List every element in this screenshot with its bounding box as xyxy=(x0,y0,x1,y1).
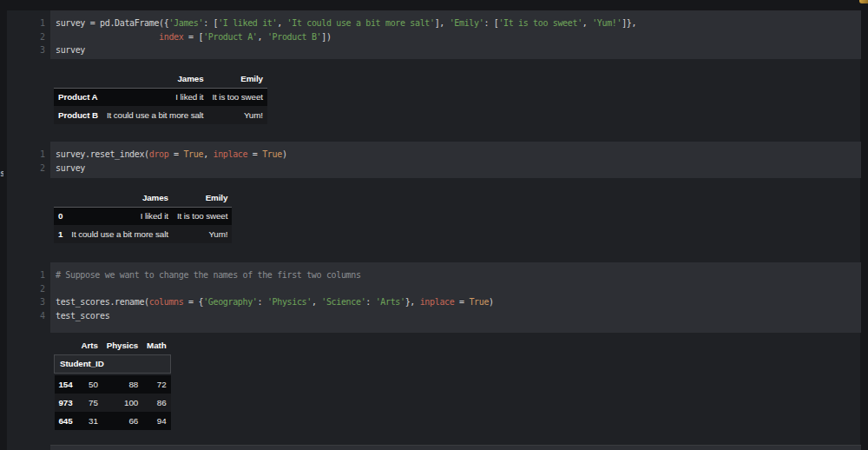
dataframe-table-survey-reset: JamesEmily0I liked itIt is too sweet1It … xyxy=(54,189,232,243)
index-name-row: Student_ID xyxy=(55,354,171,373)
table-row: Product BIt could use a bit more saltYum… xyxy=(54,106,267,124)
code-token: 'Product A' xyxy=(203,32,257,42)
index-cell: 0 xyxy=(54,207,67,225)
table-cell: 31 xyxy=(77,412,102,430)
code-cell-2[interactable]: 12survey.reset_index(drop = True, inplac… xyxy=(26,142,861,178)
table-cell: 50 xyxy=(77,375,102,394)
table-cell: 100 xyxy=(102,394,142,412)
code-token: 'Physics' xyxy=(267,297,312,307)
code-editor-area[interactable] xyxy=(50,445,861,450)
code-token: ) xyxy=(282,149,287,159)
table-cell: 72 xyxy=(142,375,170,394)
code-token: 'Geography' xyxy=(203,297,257,307)
code-line: survey.reset_index(drop = True, inplace … xyxy=(56,148,861,162)
code-editor-area[interactable]: survey = pd.DataFrame({'James': ['I like… xyxy=(50,10,861,59)
corner-header xyxy=(54,69,102,88)
code-line: survey xyxy=(56,162,861,175)
table-header-row: ArtsPhysicsMath xyxy=(55,336,171,354)
code-token: 'Emily' xyxy=(450,18,484,28)
code-token: ], xyxy=(435,18,450,28)
table-cell: 86 xyxy=(142,394,170,412)
table-cell: Yum! xyxy=(173,225,232,243)
code-token: 'It could use a bit more salt' xyxy=(287,18,435,28)
code-cell-1[interactable]: 123survey = pd.DataFrame({'James': ['I l… xyxy=(26,10,861,59)
code-token: = xyxy=(454,297,469,307)
index-cell: 1 xyxy=(54,225,67,243)
line-number-gutter: 123 xyxy=(26,10,45,59)
table-cell: 75 xyxy=(77,394,102,412)
table-header-row: JamesEmily xyxy=(54,189,232,207)
code-line: # Suppose we want to change the names of… xyxy=(56,268,861,282)
clipped-text-fragment: s xyxy=(0,169,3,180)
code-line: survey xyxy=(56,43,861,57)
line-number: 3 xyxy=(26,43,45,57)
code-token: 'Product B' xyxy=(267,32,321,42)
column-header: Emily xyxy=(173,189,232,207)
code-token: True xyxy=(469,297,489,307)
code-cell-4-partial[interactable] xyxy=(26,445,861,450)
notebook-screen: { "theme": { "colors": { "page": "#1f212… xyxy=(0,0,868,450)
line-number: 2 xyxy=(26,282,45,296)
index-cell: 973 xyxy=(55,394,77,412)
table-row: 1It could use a bit more saltYum! xyxy=(54,225,232,243)
index-cell: 645 xyxy=(55,412,77,430)
line-number: 2 xyxy=(26,162,45,175)
line-number: 4 xyxy=(26,309,45,323)
code-token: ) xyxy=(489,297,494,307)
table-cell: It is too sweet xyxy=(207,88,266,106)
code-token: True xyxy=(262,149,282,159)
column-header: Math xyxy=(142,336,170,354)
code-token: = xyxy=(247,149,262,159)
line-number: 2 xyxy=(26,30,45,44)
table-cell: 66 xyxy=(102,412,142,430)
top-edge-gutter xyxy=(0,0,868,10)
code-token: 'James' xyxy=(168,18,203,28)
code-editor-area[interactable]: # Suppose we want to change the names of… xyxy=(50,262,861,333)
table-cell: It could use a bit more salt xyxy=(67,225,173,243)
code-token: : xyxy=(365,297,375,307)
code-token: : xyxy=(258,297,267,307)
line-number: 1 xyxy=(26,17,45,30)
code-editor-area[interactable]: survey.reset_index(drop = True, inplace … xyxy=(50,142,861,178)
code-token: , xyxy=(203,149,213,159)
code-token: , xyxy=(277,18,286,28)
code-token: , xyxy=(312,297,321,307)
code-token: True xyxy=(183,149,203,159)
index-name-cell: Student_ID xyxy=(55,354,171,373)
code-token: index xyxy=(159,32,183,42)
line-number-gutter: 1234 xyxy=(26,262,45,333)
dataframe-table-test-scores: ArtsPhysicsMathStudent_ID154508872973751… xyxy=(54,336,171,430)
table-cell: 94 xyxy=(142,412,170,430)
code-token: 'It is too sweet' xyxy=(498,18,582,28)
code-token: 'Arts' xyxy=(376,297,405,307)
code-line: test_scores.rename(columns = {'Geography… xyxy=(56,295,861,309)
code-token: survey xyxy=(56,163,85,173)
code-token: columns xyxy=(149,297,184,307)
code-token: , xyxy=(258,32,267,42)
table-cell: 88 xyxy=(102,375,142,394)
line-number-gutter: 12 xyxy=(26,142,45,178)
table-cell: I liked it xyxy=(67,207,173,225)
code-token: }, xyxy=(405,297,420,307)
dataframe-table-survey-indexed: JamesEmilyProduct AI liked itIt is too s… xyxy=(54,69,267,124)
code-token: ]) xyxy=(321,32,331,42)
code-token: 'Yum!' xyxy=(592,18,621,28)
column-header: Arts xyxy=(77,336,102,354)
code-token: test_scores.rename( xyxy=(56,297,149,307)
right-scrollbar-gutter[interactable] xyxy=(860,0,868,450)
code-token: = { xyxy=(183,297,203,307)
code-token: survey = pd.DataFrame({ xyxy=(56,18,168,28)
code-token xyxy=(56,32,159,42)
code-token: test_scores xyxy=(56,311,109,321)
code-cell-3[interactable]: 1234# Suppose we want to change the name… xyxy=(26,262,861,333)
folder-icon[interactable] xyxy=(859,0,868,3)
line-number: 1 xyxy=(26,268,45,282)
left-edge-gutter xyxy=(0,0,7,450)
line-number-gutter xyxy=(26,445,45,450)
column-header: James xyxy=(67,189,173,207)
code-token: survey.reset_index( xyxy=(56,149,149,159)
code-line: test_scores xyxy=(56,309,861,323)
table-cell: Yum! xyxy=(207,106,266,124)
code-token: 'I liked it' xyxy=(218,18,277,28)
corner-header xyxy=(54,189,67,207)
